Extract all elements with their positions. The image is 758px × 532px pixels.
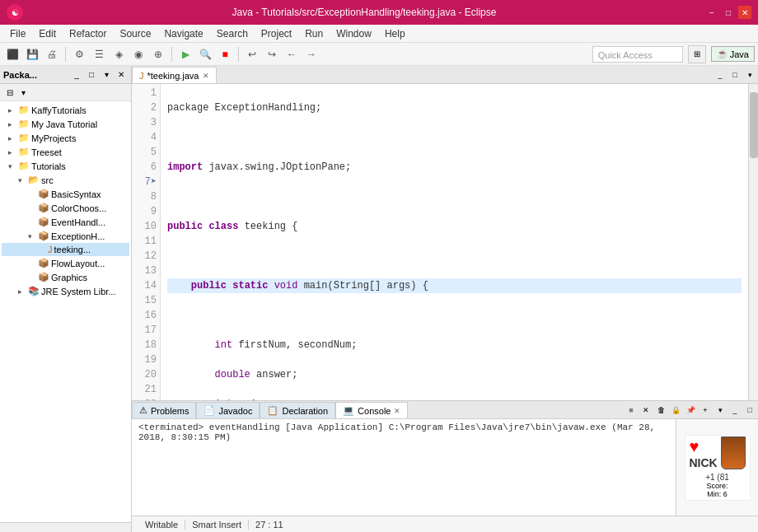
code-editor: 12345 67➤8910 1112131415 1617181920 2122…: [132, 84, 758, 400]
bottom-content: <terminated> eventHandling [Java Applica…: [132, 419, 758, 516]
maximize-button[interactable]: □: [722, 6, 735, 19]
pkg-icon: 📦: [38, 203, 49, 213]
menu-help[interactable]: Help: [378, 26, 412, 41]
right-side: J *teeking.java ✕ _ □ ▾ 12345 67➤8910 11…: [132, 66, 758, 532]
console-scroll-lock-btn[interactable]: 🔒: [669, 404, 682, 417]
toolbar-btn7[interactable]: ↪: [263, 45, 281, 63]
console-area: <terminated> eventHandling [Java Applica…: [132, 419, 676, 516]
left-panel-hscrollbar[interactable]: [0, 522, 131, 532]
bottom-panel-icons: ■ ✕ 🗑 🔒 📌 + ▾ _ □: [623, 402, 758, 418]
insert-mode-status: Smart Insert: [185, 520, 249, 530]
project-icon: 📁: [18, 147, 30, 157]
declaration-icon: 📋: [267, 405, 278, 416]
tree-colorchooser[interactable]: 📦 ColorChoos...: [2, 201, 129, 215]
toolbar-btn8[interactable]: ←: [283, 45, 301, 63]
toolbar-btn3[interactable]: ◈: [110, 45, 128, 63]
console-clear-btn[interactable]: 🗑: [654, 404, 667, 417]
editor-maximize-btn[interactable]: □: [728, 68, 742, 82]
left-panel-header: Packa... _ □ ▾ ✕: [0, 66, 131, 84]
panel-bottom-maximize[interactable]: □: [743, 404, 756, 417]
panel-minimize-btn[interactable]: _: [70, 68, 83, 82]
line-numbers: 12345 67➤8910 1112131415 1617181920 2122…: [132, 84, 161, 400]
tree-myjava[interactable]: ▸ 📁 My Java Tutorial: [2, 117, 129, 131]
tree-teeking[interactable]: J teeking...: [2, 243, 129, 256]
editor-tab-teeking[interactable]: J *teeking.java ✕: [132, 67, 217, 83]
panel-maximize-btn[interactable]: □: [85, 68, 98, 82]
tab-declaration[interactable]: 📋 Declaration: [260, 402, 335, 418]
editor-scrollbar[interactable]: [748, 84, 758, 400]
menu-source[interactable]: Source: [113, 26, 157, 41]
tab-problems[interactable]: ⚠ Problems: [132, 402, 196, 418]
console-pin-btn[interactable]: 📌: [684, 404, 697, 417]
toolbar-btn5[interactable]: ⊕: [149, 45, 167, 63]
editor-minimize-btn[interactable]: _: [714, 68, 727, 82]
tree-jre[interactable]: ▸ 📚 JRE System Libr...: [2, 284, 129, 298]
java-file-icon: J: [48, 245, 53, 254]
toolbar-btn9[interactable]: →: [302, 45, 321, 63]
toolbar-btn2[interactable]: ☰: [90, 45, 108, 63]
tree-tutorials[interactable]: ▾ 📁 Tutorials: [2, 159, 129, 173]
tree-flowlayout[interactable]: 📦 FlowLayout...: [2, 256, 129, 270]
cursor-position: 27 : 11: [249, 520, 290, 530]
package-explorer-title: Packa...: [3, 70, 37, 80]
arrow-icon: ▸: [8, 134, 16, 142]
toolbar-run-btn[interactable]: ▶: [176, 45, 194, 63]
tree-src[interactable]: ▾ 📂 src: [2, 173, 129, 187]
left-panel: Packa... _ □ ▾ ✕ ⊟ ▾ ▸ 📁 KaffyTutorials …: [0, 66, 132, 532]
console-view-menu-btn[interactable]: ▾: [714, 404, 727, 417]
close-button[interactable]: ✕: [738, 6, 751, 19]
tree-kaffy[interactable]: ▸ 📁 KaffyTutorials: [2, 103, 129, 117]
perspective-btn[interactable]: ⊞: [688, 45, 706, 63]
toolbar-save-btn[interactable]: 💾: [23, 45, 41, 63]
tree-eventhandl[interactable]: 📦 EventHandl...: [2, 215, 129, 229]
menu-search[interactable]: Search: [210, 26, 255, 41]
tree-filter-btn[interactable]: ▾: [16, 86, 30, 99]
java-perspective-btn[interactable]: ☕ Java: [711, 46, 755, 62]
toolbar-btn4[interactable]: ◉: [129, 45, 147, 63]
toolbar-print-btn[interactable]: 🖨: [43, 45, 61, 63]
toolbar-btn1[interactable]: ⚙: [70, 45, 88, 63]
tab-console[interactable]: 💻 Console ✕: [335, 402, 408, 418]
toolbar-sep-2: [171, 47, 172, 62]
editor-menu-btn[interactable]: ▾: [743, 68, 756, 82]
tree-myprojects[interactable]: ▸ 📁 MyProjects: [2, 131, 129, 145]
tab-label: Console: [358, 406, 391, 416]
tree-collapse-btn[interactable]: ⊟: [3, 86, 16, 99]
tree-graphics[interactable]: 📦 Graphics: [2, 270, 129, 284]
menu-run[interactable]: Run: [298, 26, 330, 41]
panel-close-btn[interactable]: ✕: [115, 68, 128, 82]
tree-exceptionh[interactable]: ▾ 📦 ExceptionH...: [2, 229, 129, 243]
console-tab-close[interactable]: ✕: [394, 407, 400, 415]
toolbar-stop-btn[interactable]: ■: [216, 45, 234, 63]
panel-menu-btn[interactable]: ▾: [100, 68, 113, 82]
tab-javadoc[interactable]: 📄 Javadoc: [196, 402, 260, 418]
tab-label: *teeking.java: [147, 71, 199, 81]
menu-window[interactable]: Window: [330, 26, 378, 41]
tree-basicsyntax[interactable]: 📦 BasicSyntax: [2, 187, 129, 201]
minimize-button[interactable]: −: [705, 6, 718, 19]
console-stop-btn[interactable]: ■: [625, 404, 638, 417]
right-widget: ♥ NICK +1 (81 Score: Min: 6: [676, 419, 758, 516]
menu-navigate[interactable]: Navigate: [157, 26, 209, 41]
menu-refactor[interactable]: Refactor: [63, 26, 113, 41]
menu-project[interactable]: Project: [255, 26, 298, 41]
code-content[interactable]: package ExceptionHandling; import javax.…: [161, 84, 748, 400]
menu-file[interactable]: File: [3, 26, 32, 41]
quick-access-input[interactable]: Quick Access: [592, 46, 683, 63]
tab-close-btn[interactable]: ✕: [203, 72, 209, 80]
tree-treeset[interactable]: ▸ 📁 Treeset: [2, 145, 129, 159]
tree-label: BasicSyntax: [51, 189, 101, 199]
console-new-btn[interactable]: +: [699, 404, 712, 417]
toolbar-btn6[interactable]: ↩: [243, 45, 261, 63]
tree-label: src: [41, 175, 54, 185]
code-line-9: int firstNum, secondNum;: [167, 338, 742, 352]
toolbar-sep-3: [238, 47, 239, 62]
tree-label: Tutorials: [31, 161, 66, 171]
arrow-icon: ▸: [8, 120, 16, 128]
menu-edit[interactable]: Edit: [32, 26, 63, 41]
heart-icon: ♥: [689, 437, 717, 456]
toolbar-new-btn[interactable]: ⬛: [3, 45, 21, 63]
console-remove-btn[interactable]: ✕: [639, 404, 653, 417]
panel-bottom-minimize[interactable]: _: [728, 404, 742, 417]
toolbar-debug-btn[interactable]: 🔍: [196, 45, 214, 63]
